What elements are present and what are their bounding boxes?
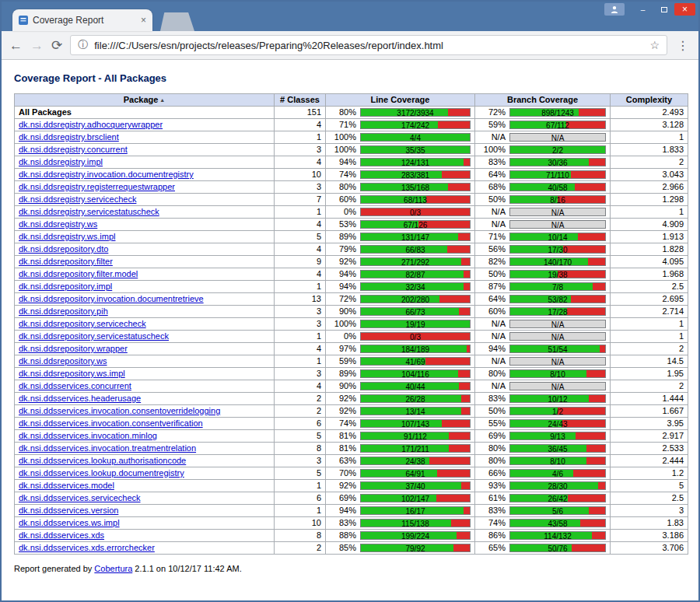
line-coverage-fraction: 131/147 [361,233,470,240]
new-tab-button[interactable] [160,12,194,31]
branch-coverage-cell: 80%36/45 [475,443,611,455]
package-link[interactable]: dk.nsi.ddsrepository.dto [19,244,108,254]
maximize-button[interactable] [653,3,674,16]
table-row: dk.nsi.ddsservices.invocation.consentove… [15,405,688,418]
branch-coverage-cell: N/AN/A [475,206,611,219]
package-link[interactable]: dk.nsi.ddsservices.servicecheck [19,493,141,502]
package-link[interactable]: dk.nsi.ddsservices.invocation.minlog [19,431,157,440]
line-coverage-bar: 202/280 [360,295,471,303]
package-link[interactable]: dk.nsi.ddsservices.invocation.consentove… [19,406,220,415]
refresh-icon[interactable]: ⟳ [51,39,62,52]
footer-suffix: 2.1.1 on 10/12/17 11:42 AM. [132,564,241,573]
url-text[interactable]: file:///C:/Users/esn/projects/releases/P… [94,40,643,51]
line-coverage-percent: 0% [330,207,356,217]
package-link[interactable]: dk.nsi.ddsservices.ws.impl [19,518,120,527]
browser-menu-icon[interactable]: ⋮ [675,38,691,53]
package-link[interactable]: dk.nsi.ddsrepository.ws [19,356,107,366]
package-link[interactable]: dk.nsi.ddsservices.lookup.authorisationc… [19,456,186,465]
package-link[interactable]: dk.nsi.ddsservices.xds.errorchecker [19,543,155,552]
forward-icon[interactable]: → [30,39,44,52]
package-link[interactable]: dk.nsi.ddsservices.xds [19,530,104,540]
package-link[interactable]: dk.nsi.ddsrepository.servicecheck [19,319,146,328]
package-link[interactable]: dk.nsi.ddsrepository.impl [19,282,112,291]
header-branch-coverage[interactable]: Branch Coverage [475,94,611,107]
branch-coverage-fraction: 28/30 [510,482,605,489]
table-row: dk.nsi.ddsservices.invocation.treatmentr… [15,443,688,455]
branch-coverage-cell: 83%5/6 [475,505,611,517]
complexity-value: 1.2 [611,467,688,480]
header-classes[interactable]: # Classes [275,94,326,107]
cobertura-link[interactable]: Cobertura [94,564,132,573]
address-bar[interactable]: ⓘ file:///C:/Users/esn/projects/releases… [70,35,667,55]
package-link[interactable]: dk.nsi.ddsregistry.adhocquerywrapper [19,120,163,129]
line-coverage-bar: 3172/3934 [360,108,471,117]
complexity-value: 14.5 [611,355,688,368]
branch-coverage-percent: N/A [479,132,506,142]
browser-tab[interactable]: Coverage Report × [12,9,152,31]
package-link[interactable]: dk.nsi.ddsservices.headerusage [19,394,141,403]
package-link[interactable]: dk.nsi.ddsrepository.invocation.document… [19,294,204,303]
table-row: dk.nsi.ddsregistry.servicestatuscheck10%… [15,206,688,219]
package-link[interactable]: dk.nsi.ddsrepository.servicestatuscheck [19,331,169,341]
complexity-value: 1 [611,331,688,343]
branch-coverage-bar: N/A [509,208,606,216]
line-coverage-bar: 184/189 [360,345,471,353]
table-row: dk.nsi.ddsservices.invocation.consentver… [15,418,688,430]
package-link[interactable]: dk.nsi.ddsregistry.servicecheck [19,194,136,204]
complexity-value: 2.917 [611,430,688,443]
complexity-value: 2.493 [611,107,688,119]
table-row: dk.nsi.ddsregistry.ws.impl589%131/14771%… [15,231,688,243]
package-link[interactable]: dk.nsi.ddsregistry.concurrent [19,145,128,154]
tab-close-icon[interactable]: × [141,16,146,25]
branch-coverage-fraction: 10/14 [510,233,605,240]
footer-prefix: Report generated by [14,564,94,573]
close-button[interactable]: × [674,3,695,16]
branch-coverage-bar: 24/43 [509,419,606,428]
package-link[interactable]: dk.nsi.ddsregistry.servicestatuscheck [19,207,159,216]
package-link[interactable]: dk.nsi.ddsregistry.ws [19,219,97,229]
branch-coverage-cell: N/AN/A [475,355,611,368]
package-link[interactable]: dk.nsi.ddsregistry.ws.impl [19,232,116,241]
table-row: dk.nsi.ddsrepository.dto479%66/8356%17/3… [15,243,688,256]
header-package[interactable]: Package▲ [15,94,275,107]
package-cell: dk.nsi.ddsrepository.wrapper [15,343,275,355]
package-cell: dk.nsi.ddsservices.model [15,480,275,492]
profile-icon[interactable] [604,3,625,16]
package-link[interactable]: dk.nsi.ddsservices.invocation.consentver… [19,418,203,428]
line-coverage-percent: 94% [330,269,356,279]
package-link[interactable]: dk.nsi.ddsregistry.brsclient [19,132,119,142]
branch-coverage-percent: 93% [479,481,506,491]
package-link[interactable]: dk.nsi.ddsrepository.filter [19,257,113,266]
complexity-value: 2 [611,343,688,355]
page-info-icon[interactable]: ⓘ [78,38,88,52]
bookmark-star-icon[interactable]: ☆ [649,39,660,51]
package-link[interactable]: dk.nsi.ddsregistry.impl [19,157,103,166]
package-link[interactable]: dk.nsi.ddsrepository.wrapper [19,344,128,353]
complexity-value: 1 [611,318,688,331]
package-link[interactable]: dk.nsi.ddsrepository.pih [19,306,108,316]
package-link[interactable]: dk.nsi.ddsservices.concurrent [19,381,131,390]
branch-coverage-cell: 82%140/170 [475,256,611,268]
package-link[interactable]: dk.nsi.ddsregistry.invocation.documentre… [19,170,194,179]
table-row: dk.nsi.ddsservices.lookup.documentregist… [15,467,688,480]
back-icon[interactable]: ← [9,39,23,52]
line-coverage-cell: 100%35/35 [326,144,475,156]
package-link[interactable]: dk.nsi.ddsrepository.filter.model [19,269,138,278]
table-row: dk.nsi.ddsservices.headerusage292%26/288… [15,393,688,405]
header-line-coverage[interactable]: Line Coverage [326,94,475,107]
branch-coverage-cell: 87%7/8 [475,281,611,293]
branch-coverage-cell: 72%898/1243 [475,107,611,119]
table-row: dk.nsi.ddsservices.servicecheck669%102/1… [15,492,688,505]
minimize-button[interactable]: – [632,3,653,16]
line-coverage-percent: 89% [330,369,356,379]
header-complexity[interactable]: Complexity [611,94,688,107]
branch-coverage-bar: N/A [509,382,606,390]
package-link[interactable]: dk.nsi.ddsservices.lookup.documentregist… [19,468,184,478]
package-link[interactable]: dk.nsi.ddsservices.model [19,481,114,490]
package-cell: dk.nsi.ddsregistry.registerrequestwrappe… [15,181,275,194]
package-link[interactable]: dk.nsi.ddsrepository.ws.impl [19,369,125,378]
package-link[interactable]: dk.nsi.ddsservices.version [19,506,118,515]
package-link[interactable]: dk.nsi.ddsregistry.registerrequestwrappe… [19,182,175,191]
classes-count: 5 [275,467,326,480]
package-link[interactable]: dk.nsi.ddsservices.invocation.treatmentr… [19,443,196,453]
